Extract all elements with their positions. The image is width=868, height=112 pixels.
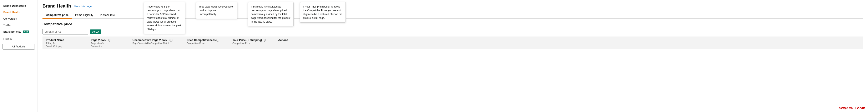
- filter-section: Filter by: [0, 35, 37, 41]
- info-icon-price-comp[interactable]: i: [216, 39, 219, 42]
- col-uncompetitive-sub: Page Views With Competitive Match: [132, 42, 182, 45]
- new-badge: New: [23, 30, 29, 33]
- sidebar-item-brand-dashboard[interactable]: Brand Dashboard: [0, 2, 37, 9]
- col-price-comp-sub: Competitive Price: [187, 42, 227, 45]
- tooltip-price-comp: This metric is calculated as percentage …: [248, 2, 293, 26]
- rate-page-link[interactable]: Rate this page: [74, 5, 92, 8]
- col-your-price: Your Price (+ shipping) i Competitive Pr…: [230, 39, 276, 45]
- col-uncompetitive: Uncompetitive Page Views ↕ i Page Views …: [130, 39, 184, 45]
- col-price-comp-label: Price Competitiveness: [187, 39, 216, 42]
- main-content: Brand Health Rate this page Competitive …: [37, 0, 868, 112]
- info-icon-uncompetitive[interactable]: i: [169, 39, 173, 42]
- tooltip-your-price: If Your Price (+ shipping) is above the …: [300, 2, 346, 23]
- col-pageviews-sub2: Conversion: [91, 45, 127, 47]
- col-your-price-sub: Competitive Price: [232, 42, 273, 45]
- sidebar-item-conversion[interactable]: Conversion: [0, 16, 37, 22]
- col-product-sub: ASIN, SKU: [46, 42, 85, 45]
- info-icon-your-price[interactable]: i: [263, 39, 266, 42]
- info-icon-pageviews[interactable]: i: [108, 39, 111, 42]
- col-actions-label: Actions: [278, 39, 288, 42]
- search-input[interactable]: [42, 29, 88, 35]
- col-product-label: Product Name: [46, 39, 64, 42]
- tab-competitive-price[interactable]: Competitive price: [42, 12, 72, 19]
- col-pageviews-label: Page Views: [91, 39, 105, 42]
- sidebar: Brand Dashboard Brand Health Conversion …: [0, 0, 37, 112]
- date-badge: 30 DA: [90, 29, 101, 34]
- sort-icon-uncompetitive[interactable]: ↕: [168, 39, 169, 41]
- tab-in-stock-rate[interactable]: In-stock rate: [97, 12, 118, 19]
- col-actions: Actions: [276, 39, 863, 42]
- table-header: Product Name ASIN, SKU Brand, Category P…: [42, 37, 863, 49]
- col-your-price-label: Your Price (+ shipping): [232, 39, 262, 42]
- tooltip-page-views: Page Views % is the percentage of page v…: [144, 2, 185, 34]
- sidebar-item-brand-benefits[interactable]: Brand Benefits New: [0, 28, 37, 35]
- col-product-sub2: Brand, Category: [46, 45, 85, 47]
- filter-label: Filter by: [3, 38, 12, 40]
- col-price-competitiveness: Price Competitiveness i Competitive Pric…: [184, 39, 230, 45]
- sort-icon-pageviews[interactable]: ↕: [106, 39, 107, 41]
- sidebar-item-traffic[interactable]: Traffic: [0, 22, 37, 28]
- col-uncompetitive-label: Uncompetitive Page Views: [132, 39, 167, 42]
- col-page-views: Page Views ↕ i Page View % Conversion: [88, 39, 130, 47]
- watermark: awyerwu.com: [839, 106, 866, 110]
- col-product-name: Product Name ASIN, SKU Brand, Category: [42, 39, 88, 47]
- col-pageviews-sub: Page View %: [91, 42, 127, 45]
- page-title: Brand Health: [42, 3, 71, 9]
- sidebar-item-brand-health[interactable]: Brand Health: [0, 9, 37, 16]
- tab-prime-eligibility[interactable]: Prime eligibility: [72, 12, 97, 19]
- all-products-filter-button[interactable]: All Products: [2, 44, 35, 49]
- tooltip-uncompetitive: Total page views received when product i…: [196, 2, 238, 19]
